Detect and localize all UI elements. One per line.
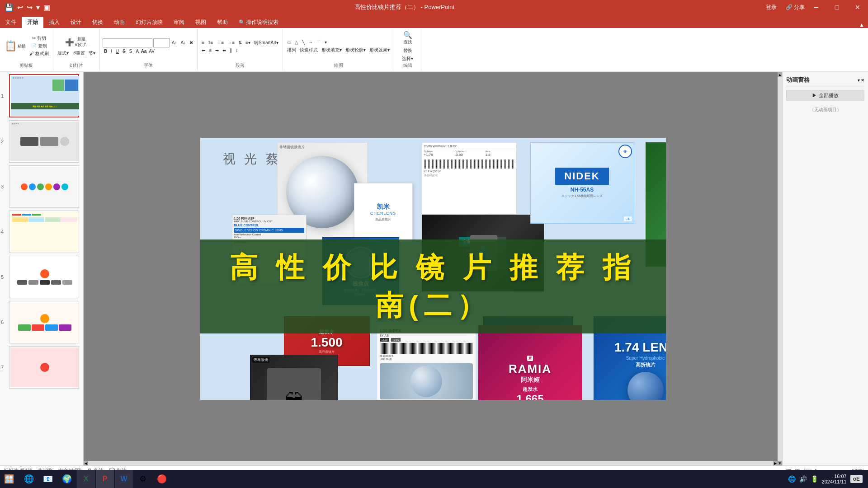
- font-grow-button[interactable]: A↑: [170, 40, 179, 46]
- product-prescription[interactable]: 20/08 WalVision 1.0 P7 Sphere +1.75 Cyli…: [422, 142, 517, 215]
- horizontal-scrollbar[interactable]: ◀ ▶: [84, 461, 778, 465]
- align-left-button[interactable]: ⬅: [200, 47, 207, 53]
- select-button[interactable]: 选择▾: [401, 55, 415, 62]
- tab-design[interactable]: 设计: [65, 17, 87, 28]
- reset-button[interactable]: ↺重置: [71, 50, 86, 57]
- bold-button[interactable]: B: [103, 48, 108, 54]
- tray-sound-icon[interactable]: 🔊: [799, 475, 807, 483]
- play-all-button[interactable]: ▶ 全部播放: [786, 90, 864, 101]
- taskbar-record[interactable]: 🔴: [153, 470, 171, 488]
- align-center-button[interactable]: ≡: [208, 47, 213, 53]
- collapse-ribbon-btn[interactable]: ▲: [859, 22, 864, 28]
- scroll-right-btn[interactable]: ▶: [773, 461, 778, 465]
- increase-indent-button[interactable]: →≡: [226, 39, 236, 47]
- product-nidek[interactable]: NIDEK NH-55AS ニデック1.56機能球面レンズ 👁 CE: [530, 142, 634, 224]
- triangle-button[interactable]: △: [293, 38, 300, 46]
- quick-styles-button[interactable]: 快速样式: [298, 47, 319, 54]
- taskbar-powerpoint[interactable]: P: [96, 470, 114, 488]
- find-button[interactable]: 🔍查找: [401, 30, 414, 46]
- align-right-button[interactable]: ➡: [214, 47, 220, 53]
- new-slide-button[interactable]: ➕新建幻灯片: [63, 35, 89, 49]
- slide-thumb-6[interactable]: 6: [9, 301, 81, 343]
- panel-expand-btn[interactable]: ▾: [858, 78, 860, 83]
- strikethrough-button[interactable]: S: [121, 48, 127, 54]
- paste-button[interactable]: 📋粘贴: [3, 39, 28, 53]
- slide-thumb-2[interactable]: 2 幻灯片2: [9, 120, 81, 163]
- replace-button[interactable]: 替换: [402, 47, 414, 54]
- share-button[interactable]: 🔗 分享: [785, 0, 806, 14]
- taskbar-excel[interactable]: X: [77, 470, 95, 488]
- more-shapes-button[interactable]: ▾: [323, 38, 328, 46]
- tab-animation[interactable]: 动画: [108, 17, 130, 28]
- tab-transition[interactable]: 切换: [87, 17, 108, 28]
- present-icon[interactable]: ▣: [43, 3, 50, 12]
- save-icon[interactable]: 💾: [5, 3, 14, 12]
- minimize-button[interactable]: ─: [806, 0, 826, 14]
- bullet-list-button[interactable]: ≡: [200, 39, 206, 47]
- tab-view[interactable]: 视图: [190, 17, 212, 28]
- shadow-button[interactable]: S: [128, 48, 134, 54]
- shape-effect-button[interactable]: 形状效果▾: [368, 47, 391, 54]
- font-color-button[interactable]: A: [134, 48, 140, 54]
- slide-thumb-4[interactable]: 4: [9, 211, 81, 253]
- product-kaimi[interactable]: 凯米 CHENLENS 高品质镜片: [354, 183, 413, 242]
- panel-close-btn[interactable]: ✕: [861, 78, 864, 83]
- shape-fill-button[interactable]: 形状填充▾: [320, 47, 343, 54]
- line-button[interactable]: ╲: [301, 38, 306, 46]
- font-size-input[interactable]: 16: [153, 38, 170, 47]
- start-button[interactable]: 🪟: [0, 470, 18, 488]
- layout-button[interactable]: 版式▾: [56, 50, 70, 57]
- slide-thumb-1[interactable]: 1 高性价比镜片推荐指南(二） 视光蔡同学: [9, 74, 81, 117]
- slide-thumb-7[interactable]: 7: [9, 346, 81, 389]
- copy-button[interactable]: 📄 复制: [28, 42, 50, 50]
- tray-network-icon[interactable]: 🌐: [788, 475, 796, 483]
- decrease-indent-button[interactable]: ←≡: [215, 39, 225, 47]
- tab-file[interactable]: 文件: [0, 17, 22, 28]
- char-spacing-button[interactable]: AV: [147, 48, 156, 54]
- oe-badge[interactable]: oE: [850, 475, 863, 483]
- cut-button[interactable]: ✂ 剪切: [28, 35, 50, 42]
- curve-button[interactable]: ⌒: [315, 38, 322, 46]
- scroll-down-btn[interactable]: ▼: [778, 461, 782, 465]
- section-button[interactable]: 节▾: [87, 50, 97, 57]
- smartart-button[interactable]: 转SmartArt▾: [253, 39, 280, 47]
- product-ramia[interactable]: 新 RAMIA 阿米娅 超发水 1.665 非球面 HARD MULN COAT…: [478, 325, 582, 400]
- clock-display[interactable]: 16:07 2024/11/11: [822, 474, 847, 484]
- close-button[interactable]: ✕: [847, 0, 868, 14]
- align-text-button[interactable]: ≡▾: [244, 39, 252, 47]
- taskbar-word[interactable]: W: [115, 470, 133, 488]
- redo-icon[interactable]: ↪: [27, 3, 33, 12]
- product-barcode-lens[interactable]: 1.30 INDEX SY AS +2.00 +0.50 811400615 L…: [377, 325, 476, 400]
- taskbar-email[interactable]: 📧: [39, 470, 57, 488]
- rectangle-button[interactable]: ▭: [286, 38, 292, 46]
- column-button[interactable]: ‖: [228, 47, 233, 53]
- justify-button[interactable]: ⬌: [221, 47, 227, 53]
- customise-icon[interactable]: ▾: [36, 3, 40, 12]
- product-diqin[interactable]: 帝琴眼镜 🕶 抗蓝光镜片 Anti-Blue aspherical lens: [250, 355, 338, 400]
- italic-button[interactable]: I: [109, 48, 113, 54]
- arrow-button[interactable]: →: [307, 38, 314, 46]
- line-spacing-button[interactable]: ↕: [234, 47, 239, 53]
- tab-slideshow[interactable]: 幻灯片放映: [130, 17, 168, 28]
- login-button[interactable]: 登录: [758, 0, 785, 14]
- scroll-up-btn[interactable]: ▲: [778, 72, 782, 77]
- font-name-input[interactable]: 等线: [103, 38, 152, 47]
- slide-thumb-3[interactable]: 3: [9, 165, 81, 208]
- slide-thumb-5[interactable]: 5: [9, 256, 81, 298]
- taskbar-tool[interactable]: ⚙: [134, 470, 152, 488]
- tray-battery-icon[interactable]: 🔋: [811, 475, 818, 483]
- tab-insert[interactable]: 插入: [43, 17, 65, 28]
- scroll-left-btn[interactable]: ◀: [84, 461, 88, 465]
- text-direction-button[interactable]: ⇅: [237, 39, 243, 47]
- tab-review[interactable]: 审阅: [168, 17, 190, 28]
- format-painter-button[interactable]: 🖌 格式刷: [28, 50, 50, 57]
- taskbar-browser-ie[interactable]: 🌐: [20, 470, 38, 488]
- tab-search[interactable]: 🔍操作说明搜索: [233, 17, 284, 28]
- numbered-list-button[interactable]: 1≡: [207, 39, 214, 47]
- undo-icon[interactable]: ↩: [17, 3, 23, 12]
- taskbar-browser-chrome[interactable]: 🌍: [58, 470, 76, 488]
- arrange-button[interactable]: 排列: [286, 47, 297, 54]
- tab-home[interactable]: 开始: [22, 17, 43, 28]
- tab-help[interactable]: 帮助: [212, 17, 233, 28]
- maximize-button[interactable]: □: [826, 0, 847, 14]
